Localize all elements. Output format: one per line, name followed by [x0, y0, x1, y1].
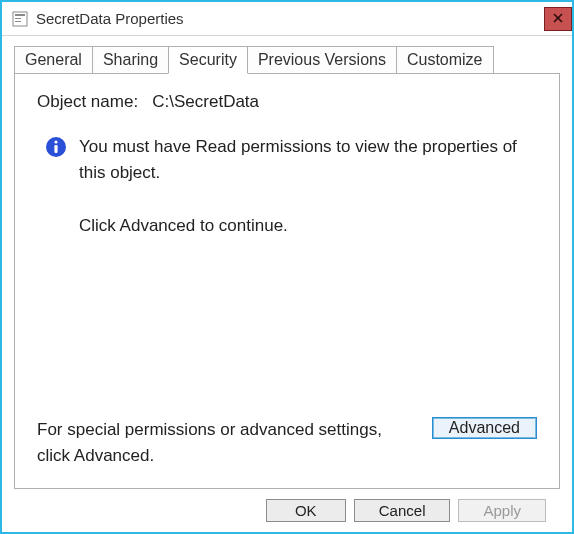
titlebar: SecretData Properties	[2, 2, 572, 36]
cancel-button[interactable]: Cancel	[354, 499, 451, 522]
svg-point-7	[54, 140, 57, 143]
svg-rect-8	[54, 145, 57, 153]
info-message-1: You must have Read permissions to view t…	[79, 134, 537, 185]
close-button[interactable]	[544, 7, 572, 31]
close-icon	[553, 11, 563, 26]
tab-security[interactable]: Security	[168, 46, 248, 74]
object-name-value: C:\SecretData	[152, 92, 259, 111]
apply-button: Apply	[458, 499, 546, 522]
dialog-buttons: OK Cancel Apply	[14, 489, 560, 532]
svg-rect-3	[15, 21, 21, 22]
info-text: You must have Read permissions to view t…	[79, 134, 537, 239]
security-panel: Object name: C:\SecretData You must have…	[14, 73, 560, 489]
info-icon	[45, 136, 67, 158]
info-block: You must have Read permissions to view t…	[37, 134, 537, 239]
window-title: SecretData Properties	[36, 10, 184, 27]
titlebar-left: SecretData Properties	[12, 10, 184, 27]
client-area: General Sharing Security Previous Versio…	[2, 36, 572, 532]
object-name-label: Object name:	[37, 92, 138, 111]
tab-customize[interactable]: Customize	[396, 46, 494, 74]
svg-rect-1	[15, 14, 25, 16]
app-icon	[12, 11, 28, 27]
object-name-line: Object name: C:\SecretData	[37, 92, 537, 112]
svg-rect-2	[15, 18, 21, 19]
tab-sharing[interactable]: Sharing	[92, 46, 169, 74]
advanced-button[interactable]: Advanced	[432, 417, 537, 439]
ok-button[interactable]: OK	[266, 499, 346, 522]
info-message-2: Click Advanced to continue.	[79, 213, 537, 239]
tab-general[interactable]: General	[14, 46, 93, 74]
advanced-row: For special permissions or advanced sett…	[37, 417, 537, 468]
properties-dialog: SecretData Properties General Sharing Se…	[0, 0, 574, 534]
tab-previous-versions[interactable]: Previous Versions	[247, 46, 397, 74]
tabstrip: General Sharing Security Previous Versio…	[14, 46, 560, 74]
advanced-hint: For special permissions or advanced sett…	[37, 417, 397, 468]
